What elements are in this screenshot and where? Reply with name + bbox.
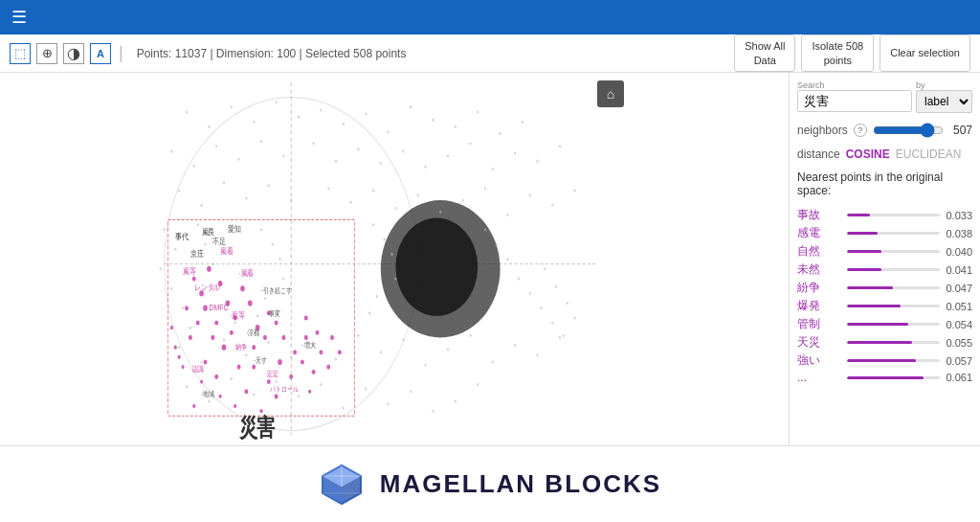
svg-point-18 xyxy=(455,125,457,128)
svg-point-10 xyxy=(275,101,277,103)
svg-point-75 xyxy=(559,336,561,339)
footer-logo xyxy=(319,462,365,508)
show-all-button[interactable]: Show AllData xyxy=(734,34,795,72)
nearest-list: 事故 0.033 感電 0.038 自然 0.040 未然 0.041 紛争 0… xyxy=(797,207,972,384)
svg-point-95 xyxy=(189,327,191,329)
svg-point-169 xyxy=(304,315,308,320)
svg-point-125 xyxy=(544,267,546,270)
nearest-item-label[interactable]: ... xyxy=(797,371,843,384)
svg-text:嵐着: 嵐着 xyxy=(220,247,234,257)
svg-point-44 xyxy=(268,184,270,187)
svg-point-52 xyxy=(461,199,463,202)
nearest-item-label[interactable]: 天災 xyxy=(797,334,843,351)
nearest-item-label[interactable]: 事故 xyxy=(797,207,843,223)
svg-text:·増大: ·増大 xyxy=(302,340,316,350)
svg-point-22 xyxy=(170,149,172,152)
svg-point-17 xyxy=(432,119,434,122)
svg-point-108 xyxy=(372,223,374,226)
neighbors-help-icon[interactable]: ? xyxy=(854,124,867,137)
nearest-item-label[interactable]: 強い xyxy=(797,352,843,369)
svg-point-13 xyxy=(343,123,345,125)
svg-point-16 xyxy=(410,105,412,108)
svg-point-21 xyxy=(522,121,523,124)
svg-point-36 xyxy=(492,168,494,170)
svg-point-32 xyxy=(402,149,404,152)
svg-point-97 xyxy=(204,243,206,246)
text-tool-icon[interactable]: A xyxy=(90,43,111,64)
svg-point-54 xyxy=(506,214,508,216)
neighbors-slider[interactable] xyxy=(873,123,944,138)
svg-point-164 xyxy=(178,355,181,359)
svg-point-118 xyxy=(529,292,531,295)
home-button[interactable]: ⌂ xyxy=(597,80,624,107)
nearest-item-value: 0.055 xyxy=(944,337,972,349)
svg-text:パトロール: パトロール xyxy=(270,384,300,394)
nearest-item: 管制 0.054 xyxy=(797,316,972,332)
svg-text:納争: 納争 xyxy=(235,342,247,352)
svg-point-83 xyxy=(343,407,345,410)
svg-text:事代: 事代 xyxy=(175,232,189,241)
svg-point-15 xyxy=(387,130,389,133)
svg-text:嵐長: 嵐長 xyxy=(202,227,215,237)
zoom-tool-icon[interactable]: ⊕ xyxy=(36,43,57,64)
search-input[interactable] xyxy=(797,90,912,112)
nearest-item-label[interactable]: 管制 xyxy=(797,316,843,332)
svg-point-51 xyxy=(439,211,441,214)
nearest-item-bar xyxy=(847,305,901,307)
distance-cosine-button[interactable]: COSINE xyxy=(846,148,890,161)
svg-point-88 xyxy=(455,399,457,402)
svg-point-165 xyxy=(170,326,173,329)
svg-point-116 xyxy=(506,258,508,261)
navbar: ☰ xyxy=(0,0,980,34)
svg-point-58 xyxy=(178,346,180,349)
svg-point-143 xyxy=(214,374,218,379)
svg-text:·事変: ·事変 xyxy=(267,308,280,318)
footer: MAGELLAN BLOCKS xyxy=(0,445,980,522)
svg-point-121 xyxy=(563,334,565,337)
nearest-item-label[interactable]: 爆発 xyxy=(797,298,843,314)
svg-point-46 xyxy=(327,187,329,190)
svg-point-70 xyxy=(447,348,449,351)
nearest-item-label[interactable]: 感電 xyxy=(797,225,843,241)
svg-point-67 xyxy=(380,351,382,353)
svg-point-115 xyxy=(496,243,498,246)
svg-point-157 xyxy=(289,374,293,379)
neighbors-label: neighbors xyxy=(797,124,848,137)
nearest-item-label[interactable]: 自然 xyxy=(797,243,843,260)
nearest-item-value: 0.038 xyxy=(944,228,972,239)
svg-point-161 xyxy=(234,404,236,408)
svg-point-93 xyxy=(170,287,172,290)
nearest-item-bar xyxy=(847,359,916,362)
svg-point-117 xyxy=(518,277,520,280)
nearest-item-label[interactable]: 未然 xyxy=(797,261,843,278)
menu-icon[interactable]: ☰ xyxy=(11,7,27,28)
svg-point-87 xyxy=(432,410,434,413)
nearest-item-value: 0.061 xyxy=(944,372,972,383)
svg-point-85 xyxy=(387,402,389,405)
svg-point-119 xyxy=(540,306,542,309)
select-tool-icon[interactable]: ⬚ xyxy=(10,43,31,64)
svg-point-135 xyxy=(248,300,253,306)
svg-point-56 xyxy=(551,204,553,207)
nearest-item-bar xyxy=(847,376,924,379)
svg-point-50 xyxy=(417,193,419,196)
nearest-item-label[interactable]: 紛争 xyxy=(797,280,843,296)
svg-text:·天す: ·天す xyxy=(254,355,267,365)
nearest-item: 自然 0.040 xyxy=(797,243,972,260)
svg-point-71 xyxy=(469,334,471,337)
distance-euclidean-button[interactable]: EUCLIDEAN xyxy=(896,148,962,161)
isolate-button[interactable]: Isolate 508points xyxy=(801,34,874,72)
svg-text:·引き起こす: ·引き起こす xyxy=(261,285,292,295)
toolbar-right: Show AllData Isolate 508points Clear sel… xyxy=(734,34,970,72)
by-select[interactable]: label value xyxy=(916,90,972,113)
svg-point-110 xyxy=(390,253,392,256)
svg-point-159 xyxy=(259,409,262,413)
contrast-tool-icon[interactable]: ◑ xyxy=(63,43,84,64)
svg-text:京庄: 京庄 xyxy=(190,250,204,260)
clear-selection-button[interactable]: Clear selection xyxy=(880,34,970,72)
svg-point-131 xyxy=(214,320,218,325)
svg-point-77 xyxy=(208,399,210,402)
svg-point-94 xyxy=(182,306,184,309)
svg-point-73 xyxy=(514,344,516,347)
svg-point-9 xyxy=(253,121,255,124)
